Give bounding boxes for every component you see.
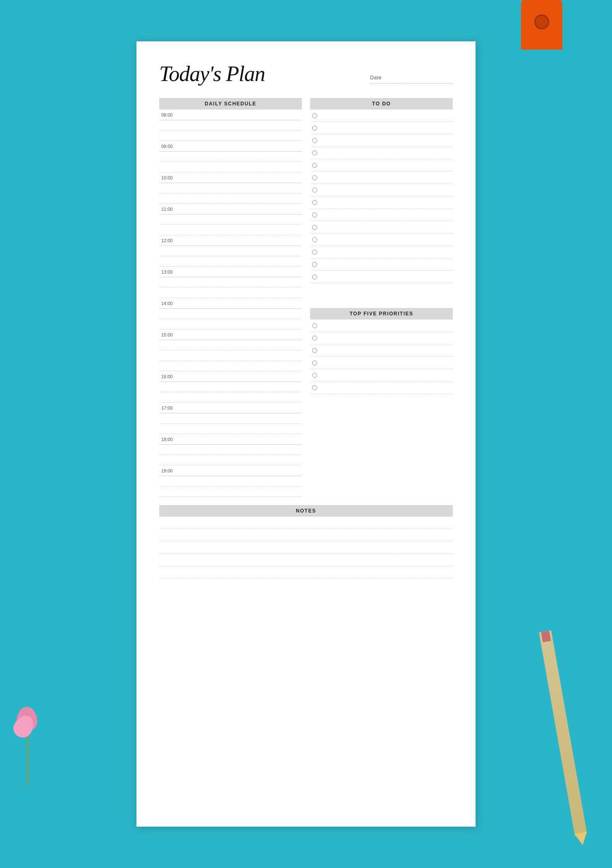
- todo-section: TO DO: [310, 98, 453, 283]
- date-area: Date: [370, 75, 453, 86]
- schedule-row-0800: 08:00: [159, 110, 302, 141]
- schedule-line-1000a[interactable]: [159, 183, 302, 193]
- todo-checkbox-7[interactable]: [312, 188, 317, 193]
- schedule-line-1100a[interactable]: [159, 215, 302, 225]
- schedule-line-1900a[interactable]: [159, 476, 302, 486]
- time-label-0900: 09:00: [159, 144, 180, 149]
- notes-line-5[interactable]: [159, 566, 453, 579]
- todo-checkbox-13[interactable]: [312, 262, 317, 267]
- schedule-row-1200: 12:00: [159, 235, 302, 267]
- todo-checkbox-11[interactable]: [312, 237, 317, 242]
- todo-checkbox-10[interactable]: [312, 225, 317, 230]
- time-label-1600: 16:00: [159, 374, 180, 379]
- time-label-1200: 12:00: [159, 238, 180, 243]
- priority-item-2[interactable]: [310, 332, 453, 344]
- notes-line-3[interactable]: [159, 541, 453, 554]
- priority-item-6[interactable]: [310, 382, 453, 394]
- schedule-line-1000b[interactable]: [159, 193, 302, 204]
- todo-item-3[interactable]: [310, 134, 453, 147]
- schedule-line-1300b[interactable]: [159, 288, 302, 298]
- pencil-decoration: [539, 630, 587, 836]
- priority-checkbox-1[interactable]: [312, 323, 317, 328]
- schedule-line-1700a[interactable]: [159, 413, 302, 424]
- notes-line-2[interactable]: [159, 529, 453, 541]
- schedule-line-1800b[interactable]: [159, 455, 302, 465]
- todo-item-2[interactable]: [310, 122, 453, 134]
- todo-item-1[interactable]: [310, 110, 453, 122]
- todo-item-12[interactable]: [310, 246, 453, 258]
- daily-schedule-header: DAILY SCHEDULE: [159, 98, 302, 110]
- todo-checkbox-5[interactable]: [312, 163, 317, 168]
- schedule-line-1700b[interactable]: [159, 424, 302, 434]
- schedule-line-0900b[interactable]: [159, 162, 302, 172]
- todo-item-13[interactable]: [310, 258, 453, 271]
- time-label-0800: 08:00: [159, 112, 180, 117]
- schedule-row-1000: 10:00: [159, 172, 302, 204]
- schedule-line-1400a[interactable]: [159, 309, 302, 319]
- priorities-section: TOP FIVE PRIORITIES: [310, 308, 453, 394]
- notes-header: NOTES: [159, 505, 453, 517]
- flower-decoration: [12, 703, 45, 785]
- schedule-line-1100b[interactable]: [159, 225, 302, 235]
- priority-item-4[interactable]: [310, 357, 453, 369]
- todo-item-6[interactable]: [310, 172, 453, 184]
- pencil-sharpener-decoration: [521, 0, 562, 50]
- todo-checkbox-14[interactable]: [312, 274, 317, 279]
- todo-checkbox-2[interactable]: [312, 126, 317, 131]
- schedule-line-1800a[interactable]: [159, 445, 302, 455]
- priority-item-1[interactable]: [310, 320, 453, 332]
- schedule-line-1600b[interactable]: [159, 392, 302, 403]
- notes-section: NOTES: [159, 505, 453, 579]
- todo-checkbox-4[interactable]: [312, 150, 317, 155]
- schedule-line-0800b[interactable]: [159, 131, 302, 141]
- schedule-line-1200a[interactable]: [159, 246, 302, 256]
- schedule-line-1300a[interactable]: [159, 277, 302, 288]
- time-label-1300: 13:00: [159, 269, 180, 274]
- schedule-row-1600: 16:00: [159, 371, 302, 403]
- date-line[interactable]: [370, 83, 453, 83]
- todo-checkbox-3[interactable]: [312, 138, 317, 143]
- todo-checkbox-8[interactable]: [312, 200, 317, 205]
- planner-paper: Today's Plan Date DAILY SCHEDULE 08:00 0…: [136, 41, 476, 827]
- schedule-line-1200b[interactable]: [159, 256, 302, 267]
- schedule-row-1800: 18:00: [159, 434, 302, 465]
- schedule-line-1500b[interactable]: [159, 351, 302, 361]
- todo-item-10[interactable]: [310, 221, 453, 234]
- schedule-line-1500c[interactable]: [159, 361, 302, 371]
- page-title: Today's Plan: [159, 62, 265, 86]
- time-label-1500: 15:00: [159, 332, 180, 337]
- todo-checkbox-12[interactable]: [312, 250, 317, 255]
- schedule-line-0800a[interactable]: [159, 120, 302, 131]
- todo-checkbox-9[interactable]: [312, 212, 317, 217]
- notes-line-4[interactable]: [159, 554, 453, 566]
- priority-checkbox-3[interactable]: [312, 348, 317, 353]
- date-label: Date: [370, 75, 381, 81]
- priority-item-5[interactable]: [310, 369, 453, 382]
- todo-item-5[interactable]: [310, 159, 453, 172]
- todo-item-11[interactable]: [310, 234, 453, 246]
- priority-checkbox-6[interactable]: [312, 385, 317, 390]
- schedule-row-1900: 19:00: [159, 465, 302, 497]
- todo-checkbox-1[interactable]: [312, 113, 317, 118]
- todo-item-4[interactable]: [310, 147, 453, 159]
- priority-item-3[interactable]: [310, 344, 453, 357]
- time-label-1700: 17:00: [159, 405, 180, 410]
- schedule-line-1500a[interactable]: [159, 340, 302, 351]
- schedule-line-0900a[interactable]: [159, 152, 302, 162]
- notes-line-1[interactable]: [159, 517, 453, 529]
- schedule-line-1600a[interactable]: [159, 382, 302, 392]
- schedule-line-1400b[interactable]: [159, 319, 302, 329]
- priority-checkbox-2[interactable]: [312, 336, 317, 341]
- todo-item-14[interactable]: [310, 271, 453, 283]
- todo-item-8[interactable]: [310, 196, 453, 209]
- priority-checkbox-5[interactable]: [312, 373, 317, 378]
- schedule-row-1300: 13:00: [159, 267, 302, 298]
- todo-checkbox-6[interactable]: [312, 175, 317, 180]
- todo-header: TO DO: [310, 98, 453, 110]
- schedule-line-1900b[interactable]: [159, 486, 302, 497]
- priority-checkbox-4[interactable]: [312, 360, 317, 365]
- time-label-1900: 19:00: [159, 468, 180, 473]
- time-label-1400: 14:00: [159, 301, 180, 306]
- todo-item-9[interactable]: [310, 209, 453, 221]
- todo-item-7[interactable]: [310, 184, 453, 196]
